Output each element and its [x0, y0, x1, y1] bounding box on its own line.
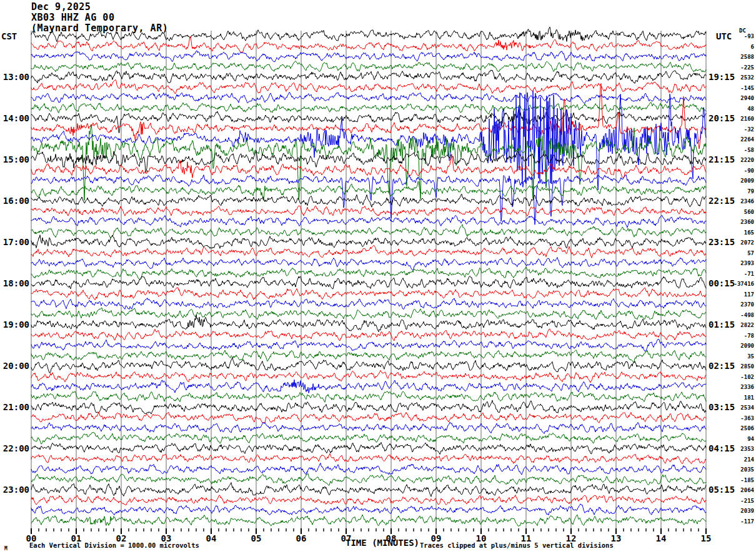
dc-offset-value: -117: [740, 518, 754, 525]
dc-offset-value: 2850: [740, 363, 754, 370]
dc-offset-value: 2009: [740, 178, 754, 184]
dc-offset-value: 2370: [740, 301, 754, 308]
dc-offset-value: -37416: [734, 281, 754, 287]
dc-offset-value: -498: [740, 312, 754, 318]
dc-offset-value: -71: [744, 271, 754, 277]
seismogram-trace-2115: [31, 412, 706, 423]
dc-offset-value: 2035: [740, 466, 754, 473]
dc-offset-value: 2346: [740, 198, 754, 204]
dc-offset-value: 181: [744, 395, 754, 401]
x-tick-label: 04: [206, 533, 217, 543]
seismogram-trace-2030: [31, 380, 706, 393]
seismogram-trace-1715: [31, 245, 706, 258]
dc-offset-value: 2588: [740, 54, 754, 60]
seismogram-trace-2245: [31, 473, 706, 485]
dc-offset-value: 117: [744, 291, 754, 298]
utc-hour-label: 21:15: [709, 154, 735, 164]
seismogram-trace-1800: [31, 276, 706, 289]
seismogram-trace-1615: [31, 206, 706, 216]
dc-offset-value: 2090: [740, 343, 754, 349]
dc-offset-value: 48: [747, 106, 754, 112]
seismogram-trace-1815: [31, 288, 706, 300]
dc-offset-value: -90: [744, 168, 754, 174]
dc-offset-value: -145: [740, 85, 754, 91]
utc-hour-label: 02:15: [709, 361, 735, 371]
dc-offset-value: 2336: [740, 384, 754, 390]
dc-offset-value: -225: [740, 64, 754, 71]
dc-offset-value: 35: [747, 353, 754, 360]
scale-note: Each Vertical Division = 1000.00 microvo…: [29, 541, 199, 549]
utc-hour-label: 01:15: [709, 320, 735, 330]
seismogram-trace-2145: [31, 432, 706, 444]
cst-hour-label: 15:00: [3, 154, 29, 164]
helicorder-page: { "header": { "date": "Dec 9,2025", "sta…: [0, 0, 756, 554]
seismogram-trace-2015: [31, 370, 706, 383]
dc-offset-value: -102: [740, 374, 754, 380]
seismogram-trace-2230: [31, 463, 706, 475]
dc-offset-value: 57: [747, 250, 754, 256]
seismogram-trace-1630: [31, 215, 706, 228]
dc-offset-value: 2940: [740, 95, 754, 101]
utc-hour-label: 23:15: [709, 237, 735, 247]
helicorder-plot: 00010203040506070809101112131415-9362588…: [0, 0, 756, 554]
seismogram-trace-2200: [31, 442, 706, 454]
seismogram-trace-2315: [31, 495, 706, 505]
corner-glyph: M: [4, 546, 7, 551]
dc-offset-value: 2220: [740, 157, 754, 163]
seismogram-trace-1515: [31, 154, 706, 178]
seismogram-trace-1945: [31, 350, 706, 363]
dc-offset-value: -32: [744, 126, 754, 133]
utc-hour-label: 19:15: [709, 72, 735, 82]
cst-hour-label: 13:00: [3, 72, 29, 82]
seismogram-trace-1315: [31, 79, 706, 93]
seismogram-trace-1230: [31, 51, 706, 62]
seismogram-trace-2330: [31, 504, 706, 515]
cst-hour-label: 21:00: [3, 402, 29, 412]
seismogram-trace-1830: [31, 298, 706, 310]
seismogram-trace-1300: [31, 70, 706, 84]
dc-offset-value: 2264: [740, 136, 754, 143]
left-timezone-label: CST: [1, 31, 17, 41]
x-tick-label: 06: [296, 533, 307, 543]
dc-offset-value: 2064: [740, 487, 754, 493]
seismogram-trace-1215: [31, 36, 706, 52]
dc-offset-value: 6: [751, 44, 754, 50]
utc-hour-label: 05:15: [709, 485, 735, 495]
dc-offset-value: 165: [744, 229, 754, 236]
seismogram-trace-1500: [31, 151, 706, 173]
seismogram-trace-1600: [31, 194, 706, 207]
dc-offset-value: 2160: [740, 116, 754, 122]
seismogram-trace-1845: [31, 308, 706, 320]
cst-hour-label: 17:00: [3, 237, 29, 247]
dc-offset-value: 2534: [740, 405, 754, 411]
x-axis-title: TIME (MINUTES): [346, 538, 419, 548]
dc-offset-value: 2072: [740, 239, 754, 246]
dc-offset-value: 2360: [740, 219, 754, 225]
row-labels: -9362588-22513:0019:152532-14529404814:0…: [3, 33, 755, 525]
clip-note: Traces clipped at plus/minus 5 vertical …: [420, 541, 614, 549]
seismogram-trace-1345: [31, 103, 706, 114]
dc-offset-value: -78: [744, 333, 754, 339]
seismogram-trace-1730: [31, 258, 706, 271]
utc-hour-label: 04:15: [709, 443, 735, 453]
seismogram-trace-1915: [31, 329, 706, 341]
title-station: XB03 HHZ AG 00: [31, 12, 114, 23]
dc-offset-value: -58: [744, 147, 754, 153]
utc-hour-label: 00:15: [709, 278, 735, 288]
dc-offset-value: 2393: [740, 260, 754, 266]
dc-offset-value: -185: [740, 477, 754, 483]
dc-offset-value: 2822: [740, 322, 754, 328]
cst-hour-label: 22:00: [3, 443, 29, 453]
seismogram-trace-1645: [31, 224, 706, 238]
x-tick-label: 15: [701, 533, 712, 543]
x-tick-label: 05: [251, 533, 262, 543]
x-tick-label: 14: [656, 533, 667, 543]
dc-offset-value: 2506: [740, 425, 754, 431]
cst-hour-label: 19:00: [3, 320, 29, 330]
seismogram-trace-1245: [31, 61, 706, 72]
seismogram-trace-2045: [31, 391, 706, 403]
dc-offset-value: 214: [744, 456, 755, 463]
cst-hour-label: 14:00: [3, 113, 29, 123]
cst-hour-label: 20:00: [3, 361, 29, 371]
utc-hour-label: 03:15: [709, 402, 735, 412]
